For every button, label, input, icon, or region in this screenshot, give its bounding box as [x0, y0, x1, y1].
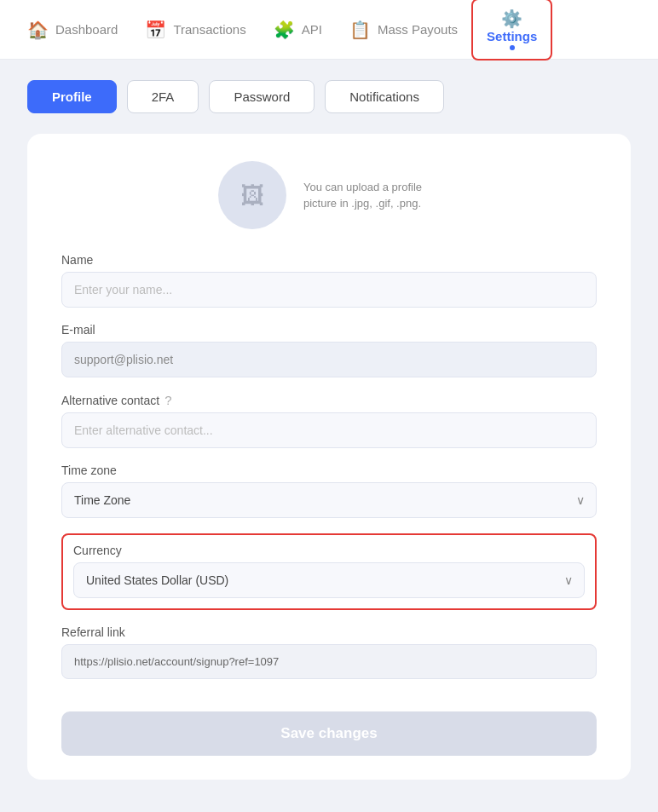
tab-bar: Profile 2FA Password Notifications	[27, 80, 631, 113]
referral-input[interactable]	[61, 644, 597, 679]
settings-nav-wrapper: ⚙️ Settings	[487, 9, 537, 50]
timezone-select-wrapper: Time Zone ∨	[61, 482, 597, 518]
nav-item-transactions[interactable]: 📅 Transactions	[131, 11, 259, 49]
tab-password[interactable]: Password	[209, 80, 315, 113]
email-group: E-mail	[61, 323, 597, 377]
nav-item-mass-payouts[interactable]: 📋 Mass Payouts	[336, 11, 471, 49]
main-content: Profile 2FA Password Notifications 🖼 You…	[0, 60, 658, 800]
currency-section: Currency United States Dollar (USD) ∨	[61, 533, 597, 610]
settings-dot	[510, 45, 515, 50]
referral-group: Referral link	[61, 625, 597, 679]
avatar-hint: You can upload a profile picture in .jpg…	[303, 179, 440, 212]
alt-contact-label: Alternative contact ?	[61, 393, 597, 407]
nav-label-transactions: Transactions	[173, 22, 245, 37]
name-group: Name	[61, 253, 597, 308]
settings-icon: ⚙️	[501, 9, 522, 29]
save-button[interactable]: Save changes	[61, 711, 597, 756]
currency-label: Currency	[73, 544, 585, 557]
currency-select-wrapper: United States Dollar (USD) ∨	[73, 562, 585, 598]
mass-payouts-icon: 📋	[349, 20, 371, 40]
image-icon: 🖼	[240, 181, 264, 210]
dashboard-icon: 🏠	[27, 20, 49, 40]
tab-profile[interactable]: Profile	[27, 80, 117, 113]
avatar-section: 🖼 You can upload a profile picture in .j…	[61, 161, 597, 229]
nav-item-settings[interactable]: ⚙️ Settings	[471, 0, 552, 60]
transactions-icon: 📅	[145, 20, 166, 40]
alt-contact-input[interactable]	[61, 412, 597, 448]
top-nav: 🏠 Dashboard 📅 Transactions 🧩 API 📋 Mass …	[0, 0, 658, 60]
name-input[interactable]	[61, 272, 597, 308]
avatar-placeholder[interactable]: 🖼	[218, 161, 286, 229]
nav-item-dashboard[interactable]: 🏠 Dashboard	[14, 11, 131, 49]
api-icon: 🧩	[274, 20, 295, 40]
referral-label: Referral link	[61, 625, 597, 639]
nav-label-api: API	[302, 22, 322, 37]
nav-label-dashboard: Dashboard	[55, 22, 118, 37]
timezone-select[interactable]: Time Zone	[61, 482, 597, 518]
alt-contact-group: Alternative contact ?	[61, 393, 597, 448]
profile-card: 🖼 You can upload a profile picture in .j…	[27, 134, 631, 780]
currency-select[interactable]: United States Dollar (USD)	[73, 562, 585, 598]
help-icon[interactable]: ?	[164, 393, 171, 407]
email-label: E-mail	[61, 323, 597, 337]
nav-label-mass-payouts: Mass Payouts	[378, 22, 458, 37]
nav-item-api[interactable]: 🧩 API	[260, 11, 336, 49]
timezone-group: Time zone Time Zone ∨	[61, 464, 597, 518]
tab-notifications[interactable]: Notifications	[325, 80, 444, 113]
timezone-label: Time zone	[61, 464, 597, 477]
tab-2fa[interactable]: 2FA	[127, 80, 199, 113]
nav-label-settings: Settings	[487, 29, 537, 43]
email-input	[61, 342, 597, 377]
name-label: Name	[61, 253, 597, 267]
